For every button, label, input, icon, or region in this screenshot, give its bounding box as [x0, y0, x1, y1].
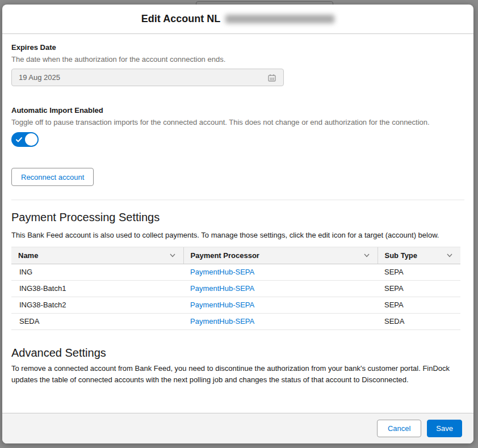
section-divider — [11, 200, 464, 200]
table-row: ING38-Batch1 PaymentHub-SEPA SEPA — [11, 280, 460, 297]
check-icon — [15, 136, 23, 146]
save-button[interactable]: Save — [427, 420, 462, 437]
table-row: SEDA PaymentHub-SEPA SEDA — [11, 313, 460, 329]
redacted-account-number — [225, 15, 334, 23]
cell-name: ING38-Batch1 — [11, 280, 183, 297]
advanced-settings-description: To remove a connected account from Bank … — [11, 363, 464, 386]
payment-processing-section: Payment Processing Settings This Bank Fe… — [11, 210, 464, 330]
automatic-import-label: Automatic Import Enabled — [11, 105, 464, 116]
reconnect-row: Reconnect account — [11, 149, 464, 186]
column-header-name-label: Name — [18, 251, 38, 260]
payment-processor-link[interactable]: PaymentHub-SEPA — [190, 284, 254, 293]
modal-content: Expires Date The date when the authoriza… — [2, 34, 473, 413]
column-header-name: Name — [11, 247, 183, 264]
cell-payment-processor: PaymentHub-SEPA — [183, 297, 378, 313]
modal-header: Edit Account NL — [2, 5, 473, 34]
reconnect-account-button[interactable]: Reconnect account — [11, 168, 94, 186]
payment-processor-link[interactable]: PaymentHub-SEPA — [190, 301, 254, 309]
cell-payment-processor: PaymentHub-SEPA — [183, 280, 378, 297]
chevron-down-icon[interactable] — [169, 251, 177, 259]
advanced-settings-heading: Advanced Settings — [11, 346, 464, 360]
payment-processor-link[interactable]: PaymentHub-SEPA — [190, 317, 254, 326]
payment-targets-table: Name Payment Processor — [11, 247, 460, 330]
cell-name: ING — [11, 264, 183, 280]
cell-sub-type: SEPA — [378, 264, 460, 280]
dimmed-background-top: Search — [0, 0, 478, 5]
payment-targets-tbody: ING PaymentHub-SEPA SEPA ING38-Batch1 Pa… — [11, 264, 460, 329]
payment-processing-heading: Payment Processing Settings — [11, 210, 464, 225]
expires-date-field: Expires Date The date when the authoriza… — [11, 42, 464, 86]
cancel-button[interactable]: Cancel — [377, 420, 421, 437]
edit-account-modal: Edit Account NL Expires Date The date wh… — [2, 5, 473, 443]
cell-payment-processor: PaymentHub-SEPA — [183, 313, 378, 329]
cell-sub-type: SEDA — [378, 313, 460, 329]
expires-date-input[interactable]: 19 Aug 2025 — [11, 69, 284, 86]
table-row: ING38-Batch2 PaymentHub-SEPA SEPA — [11, 297, 460, 313]
cell-name: ING38-Batch2 — [11, 297, 183, 313]
expires-date-label: Expires Date — [11, 42, 464, 53]
cancel-button-label: Cancel — [388, 424, 410, 433]
cell-sub-type: SEPA — [378, 297, 460, 313]
toggle-knob — [25, 133, 37, 146]
calendar-icon[interactable] — [267, 73, 276, 82]
payment-processing-description: This Bank Feed account is also used to c… — [11, 230, 464, 241]
column-header-payment-processor: Payment Processor — [183, 247, 378, 264]
cell-payment-processor: PaymentHub-SEPA — [183, 264, 378, 280]
expires-date-help: The date when the authorization for the … — [11, 54, 464, 65]
advanced-settings-section: Advanced Settings To remove a connected … — [11, 346, 464, 386]
table-header-row: Name Payment Processor — [11, 247, 460, 264]
modal-title-text: Edit Account NL — [141, 13, 220, 25]
automatic-import-field: Automatic Import Enabled Toggle off to p… — [11, 105, 464, 149]
automatic-import-toggle[interactable] — [11, 132, 39, 147]
save-button-label: Save — [436, 424, 453, 433]
cell-sub-type: SEPA — [378, 280, 460, 297]
chevron-down-icon[interactable] — [363, 251, 371, 259]
column-header-sub-type: Sub Type — [378, 247, 460, 264]
modal-title: Edit Account NL — [141, 13, 334, 25]
column-header-sub-type-label: Sub Type — [385, 251, 418, 260]
cell-name: SEDA — [11, 313, 183, 329]
table-row: ING PaymentHub-SEPA SEPA — [11, 264, 460, 280]
payment-processor-link[interactable]: PaymentHub-SEPA — [190, 268, 254, 276]
reconnect-account-label: Reconnect account — [21, 173, 84, 181]
automatic-import-help: Toggle off to pause transaction imports … — [11, 117, 464, 128]
column-header-payment-processor-label: Payment Processor — [191, 251, 259, 260]
modal-footer: Cancel Save — [2, 413, 473, 443]
expires-date-value: 19 Aug 2025 — [19, 73, 60, 82]
chevron-down-icon[interactable] — [446, 251, 454, 259]
